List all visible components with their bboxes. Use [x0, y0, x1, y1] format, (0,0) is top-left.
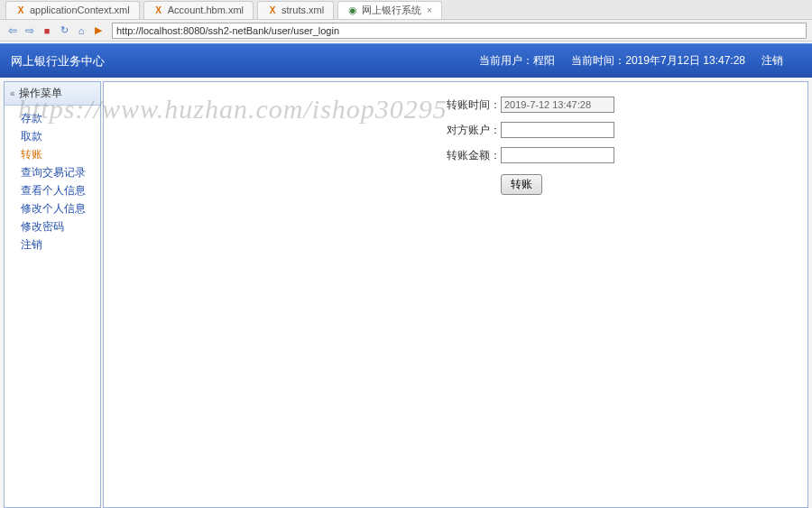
sidebar-title: 操作菜单: [19, 86, 62, 101]
url-input[interactable]: [112, 23, 807, 39]
browser-toolbar: ⇦ ⇨ ■ ↻ ⌂ ▶: [0, 20, 812, 42]
app-header: 网上银行业务中心 当前用户：程阳 当前时间：2019年7月12日 13:47:2…: [0, 43, 812, 78]
current-time: 当前时间：2019年7月12日 13:47:28: [571, 53, 745, 69]
sidebar-items: 存款 取款 转账 查询交易记录 查看个人信息 修改个人信息 修改密码 注销: [5, 106, 100, 257]
app-title: 网上银行业务中心: [11, 53, 105, 69]
sidebar-item-transfer[interactable]: 转账: [5, 145, 100, 163]
tab-label: 网上银行系统: [362, 4, 421, 17]
target-account-label: 对方账户：: [447, 123, 501, 138]
xml-icon: X: [15, 5, 26, 15]
transfer-time-input: [501, 97, 614, 113]
xml-icon: X: [153, 5, 164, 15]
sidebar-item-change-password[interactable]: 修改密码: [5, 217, 100, 236]
header-info: 当前用户：程阳 当前时间：2019年7月12日 13:47:28 注销: [479, 53, 783, 69]
home-button[interactable]: ⌂: [74, 23, 88, 38]
tab-bank-system[interactable]: ◉ 网上银行系统 ×: [337, 1, 442, 19]
transfer-form: 转账时间： 对方账户： 转账金额： 转账: [447, 95, 789, 195]
transfer-amount-label: 转账金额：: [447, 148, 501, 163]
tab-account-hbm[interactable]: X Account.hbm.xml: [143, 1, 254, 19]
close-icon[interactable]: ×: [427, 5, 432, 15]
main-area: « 操作菜单 存款 取款 转账 查询交易记录 查看个人信息 修改个人信息 修改密…: [0, 78, 812, 508]
globe-icon: ◉: [347, 5, 358, 15]
forward-button[interactable]: ⇨: [23, 23, 37, 38]
tab-struts[interactable]: X struts.xml: [257, 1, 334, 19]
tab-label: applicationContext.xml: [30, 5, 130, 15]
xml-icon: X: [267, 5, 278, 15]
content-area: 转账时间： 对方账户： 转账金额： 转账: [103, 81, 808, 508]
sidebar-item-view-profile[interactable]: 查看个人信息: [5, 181, 100, 199]
sidebar-item-logout[interactable]: 注销: [5, 236, 100, 254]
tab-label: Account.hbm.xml: [168, 5, 244, 15]
sidebar-item-withdraw[interactable]: 取款: [5, 127, 100, 145]
tab-label: struts.xml: [281, 5, 324, 15]
go-button[interactable]: ▶: [91, 23, 106, 38]
sidebar-item-edit-profile[interactable]: 修改个人信息: [5, 199, 100, 217]
sidebar-header[interactable]: « 操作菜单: [5, 82, 100, 106]
logout-link[interactable]: 注销: [761, 53, 783, 69]
sidebar: « 操作菜单 存款 取款 转账 查询交易记录 查看个人信息 修改个人信息 修改密…: [4, 81, 101, 508]
transfer-time-label: 转账时间：: [447, 97, 501, 113]
back-button[interactable]: ⇦: [5, 23, 20, 38]
sidebar-item-deposit[interactable]: 存款: [5, 109, 100, 127]
transfer-amount-input[interactable]: [501, 147, 614, 163]
transfer-button[interactable]: 转账: [501, 174, 542, 195]
tab-bar: X applicationContext.xml X Account.hbm.x…: [0, 0, 812, 20]
target-account-input[interactable]: [501, 122, 614, 138]
tab-application-context[interactable]: X applicationContext.xml: [5, 1, 140, 19]
collapse-icon: «: [10, 88, 15, 98]
current-user: 当前用户：程阳: [479, 53, 555, 69]
refresh-button[interactable]: ↻: [57, 23, 71, 38]
stop-button[interactable]: ■: [40, 23, 54, 38]
sidebar-item-query[interactable]: 查询交易记录: [5, 163, 100, 181]
